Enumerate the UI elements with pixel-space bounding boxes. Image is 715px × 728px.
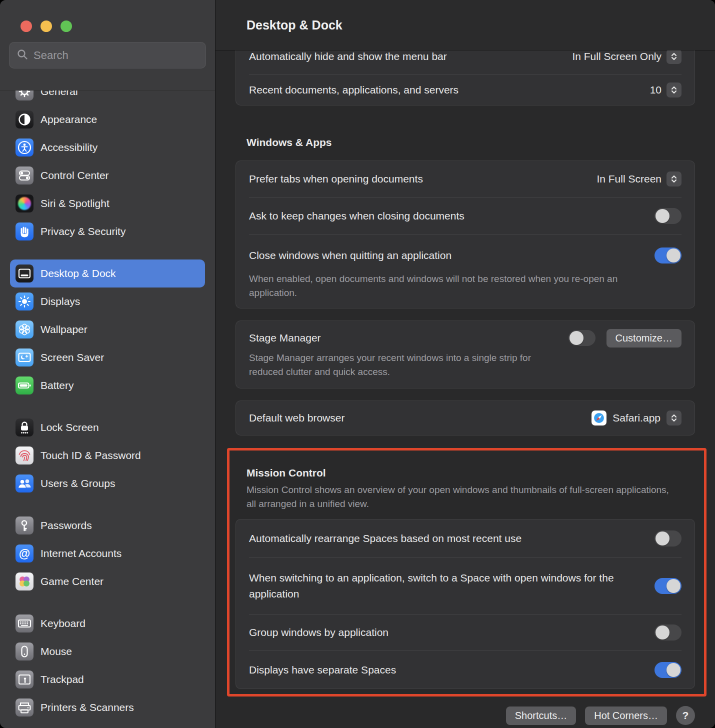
sidebar-item-label: Mouse bbox=[40, 646, 72, 658]
close-windows-description: When enabled, open documents and windows… bbox=[249, 272, 654, 300]
sidebar-item-screen-saver[interactable]: Screen Saver bbox=[10, 344, 205, 372]
search-field[interactable] bbox=[9, 42, 206, 68]
hot-corners-button[interactable]: Hot Corners… bbox=[585, 706, 667, 725]
help-button[interactable]: ? bbox=[676, 706, 695, 725]
sidebar-item-battery[interactable]: Battery bbox=[10, 372, 205, 400]
sidebar-item-mouse[interactable]: Mouse bbox=[10, 638, 205, 666]
settings-scroll-area[interactable]: Automatically hide and show the menu bar… bbox=[216, 50, 715, 728]
chevron-updown-icon[interactable] bbox=[666, 50, 682, 64]
sidebar-item-label: Game Center bbox=[40, 576, 104, 588]
minimize-button[interactable] bbox=[40, 20, 52, 32]
sidebar-item-trackpad[interactable]: Trackpad bbox=[10, 666, 205, 694]
switch-to-space-toggle[interactable] bbox=[654, 578, 682, 594]
recent-documents-row: Recent documents, applications, and serv… bbox=[236, 75, 694, 105]
prefer-tabs-popup[interactable]: In Full Screen bbox=[596, 172, 682, 186]
sidebar-item-accessibility[interactable]: Accessibility bbox=[10, 134, 205, 162]
sidebar-item-label: Control Center bbox=[40, 170, 109, 182]
sidebar: General Appearance Accessibility Control… bbox=[0, 0, 216, 728]
sidebar-item-siri-spotlight[interactable]: Siri & Spotlight bbox=[10, 190, 205, 218]
sidebar-item-lock-screen[interactable]: Lock Screen bbox=[10, 414, 205, 442]
at-sign-icon: @ bbox=[16, 544, 34, 562]
sidebar-item-label: Displays bbox=[40, 296, 80, 308]
sidebar-item-label: Battery bbox=[40, 380, 74, 392]
chevron-updown-icon[interactable] bbox=[666, 82, 682, 98]
customize-button[interactable]: Customize… bbox=[606, 329, 682, 348]
sidebar-item-label: Printers & Scanners bbox=[40, 702, 134, 714]
shortcuts-button[interactable]: Shortcuts… bbox=[506, 706, 576, 725]
fingerprint-icon bbox=[16, 446, 34, 464]
sidebar-item-privacy-security[interactable]: Privacy & Security bbox=[10, 218, 205, 246]
safari-icon bbox=[592, 410, 606, 426]
separate-spaces-toggle[interactable] bbox=[654, 662, 682, 678]
close-button[interactable] bbox=[20, 20, 32, 32]
keyboard-icon bbox=[16, 614, 34, 632]
group-windows-toggle[interactable] bbox=[654, 624, 682, 640]
sidebar-group-gap bbox=[10, 246, 205, 260]
ask-keep-changes-toggle[interactable] bbox=[654, 208, 682, 224]
sidebar-item-game-center[interactable]: Game Center bbox=[10, 568, 205, 596]
chevron-updown-icon[interactable] bbox=[666, 172, 682, 186]
battery-icon bbox=[16, 376, 34, 394]
sidebar-item-appearance[interactable]: Appearance bbox=[10, 106, 205, 134]
lock-icon bbox=[16, 418, 34, 436]
person-in-circle-icon bbox=[16, 138, 34, 156]
sidebar-item-label: Appearance bbox=[40, 114, 97, 126]
sidebar-item-wallpaper[interactable]: Wallpaper bbox=[10, 316, 205, 344]
sidebar-item-label: Lock Screen bbox=[40, 422, 99, 434]
sidebar-group-gap bbox=[10, 400, 205, 414]
sidebar-item-touch-id[interactable]: Touch ID & Password bbox=[10, 442, 205, 470]
chevron-updown-icon[interactable] bbox=[666, 410, 682, 426]
recent-documents-value: 10 bbox=[650, 84, 662, 96]
ask-keep-changes-label: Ask to keep changes when closing documen… bbox=[249, 210, 464, 222]
default-browser-popup[interactable]: Safari.app bbox=[592, 410, 682, 426]
page-title: Desktop & Dock bbox=[246, 18, 342, 32]
separate-spaces-label: Displays have separate Spaces bbox=[249, 664, 396, 676]
rearrange-spaces-label: Automatically rearrange Spaces based on … bbox=[249, 532, 522, 544]
mission-control-description: Mission Control shows an overview of you… bbox=[246, 483, 674, 511]
default-browser-label: Default web browser bbox=[249, 412, 344, 424]
sidebar-item-printers-scanners[interactable]: Printers & Scanners bbox=[10, 694, 205, 722]
sidebar-item-label: Passwords bbox=[40, 520, 92, 532]
sidebar-item-displays[interactable]: Displays bbox=[10, 288, 205, 316]
sidebar-item-users-groups[interactable]: Users & Groups bbox=[10, 470, 205, 498]
rearrange-spaces-row: Automatically rearrange Spaces based on … bbox=[236, 520, 694, 558]
rearrange-spaces-toggle[interactable] bbox=[654, 530, 682, 546]
group-windows-label: Group windows by application bbox=[249, 626, 388, 638]
window-dock-icon bbox=[16, 264, 34, 282]
ask-keep-changes-row: Ask to keep changes when closing documen… bbox=[236, 198, 694, 234]
default-browser-value: Safari.app bbox=[612, 412, 660, 424]
sidebar-item-label: Internet Accounts bbox=[40, 548, 122, 560]
sidebar-group-gap bbox=[10, 596, 205, 610]
sidebar-item-desktop-dock[interactable]: Desktop & Dock bbox=[10, 260, 205, 288]
sidebar-item-label: Siri & Spotlight bbox=[40, 198, 110, 210]
mouse-icon bbox=[16, 642, 34, 660]
key-icon bbox=[16, 516, 34, 534]
sidebar-item-label: Screen Saver bbox=[40, 352, 104, 364]
close-windows-toggle[interactable] bbox=[654, 248, 682, 264]
moon-screen-icon bbox=[16, 348, 34, 366]
switch-to-space-label: When switching to an application, switch… bbox=[249, 570, 634, 602]
sun-icon bbox=[16, 292, 34, 310]
mission-control-card: Automatically rearrange Spaces based on … bbox=[236, 519, 695, 689]
sidebar-item-label: Keyboard bbox=[40, 618, 86, 630]
sidebar-item-general[interactable]: General bbox=[10, 90, 205, 106]
sidebar-item-label: Wallpaper bbox=[40, 324, 88, 336]
sidebar-item-internet-accounts[interactable]: @ Internet Accounts bbox=[10, 540, 205, 568]
sidebar-item-label: Privacy & Security bbox=[40, 226, 126, 238]
sidebar-item-passwords[interactable]: Passwords bbox=[10, 512, 205, 540]
sidebar-item-control-center[interactable]: Control Center bbox=[10, 162, 205, 190]
sidebar-item-keyboard[interactable]: Keyboard bbox=[10, 610, 205, 638]
trackpad-icon bbox=[16, 670, 34, 688]
menu-bar-row: Automatically hide and show the menu bar… bbox=[236, 50, 694, 74]
search-input[interactable] bbox=[34, 49, 198, 62]
title-bar: Desktop & Dock bbox=[216, 0, 715, 50]
window-controls bbox=[0, 0, 215, 32]
footer-buttons: Shortcuts… Hot Corners… ? bbox=[236, 706, 695, 725]
sidebar-group-gap bbox=[10, 498, 205, 512]
switch-to-space-row: When switching to an application, switch… bbox=[236, 558, 694, 614]
prefer-tabs-label: Prefer tabs when opening documents bbox=[249, 173, 423, 185]
recent-documents-stepper[interactable]: 10 bbox=[650, 82, 682, 98]
menu-bar-popup[interactable]: In Full Screen Only bbox=[572, 50, 682, 64]
zoom-button[interactable] bbox=[60, 20, 72, 32]
stage-manager-toggle[interactable] bbox=[568, 330, 596, 346]
